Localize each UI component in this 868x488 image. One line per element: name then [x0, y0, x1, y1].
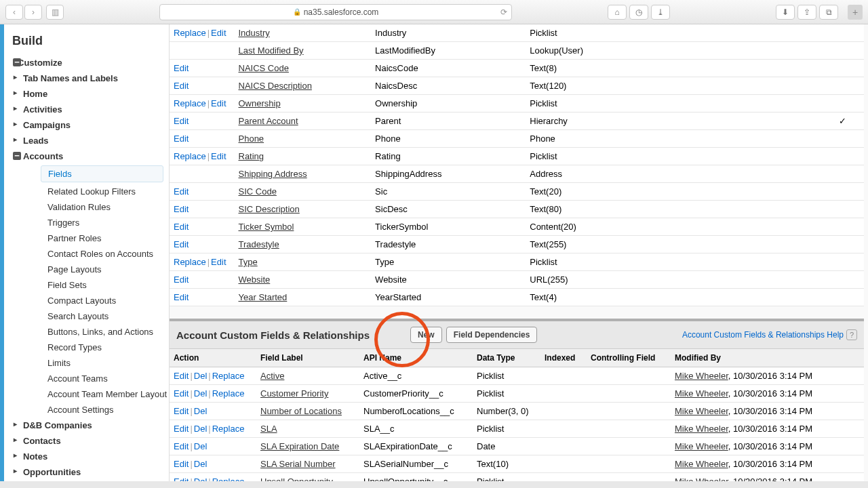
share-icon[interactable]: ⇪	[797, 5, 816, 20]
sidebar-sub-item[interactable]: Page Layouts	[4, 262, 169, 277]
back-button[interactable]: ‹	[5, 5, 23, 20]
del-link[interactable]: Del	[194, 459, 208, 469]
field-label-link[interactable]: SLA	[260, 424, 277, 434]
sidebar-sub-item[interactable]: Record Types	[4, 340, 169, 355]
replace-link[interactable]: Replace	[174, 257, 206, 267]
replace-link[interactable]: Replace	[174, 98, 206, 108]
del-link[interactable]: Del	[194, 406, 208, 416]
sidebar-sub-item[interactable]: Account Settings	[4, 402, 169, 418]
download-icon[interactable]: ⬇	[776, 5, 795, 20]
field-label-link[interactable]: SIC Code	[239, 186, 277, 197]
sidebar-sub-item[interactable]: Triggers	[4, 215, 169, 230]
field-label-link[interactable]: Parent Account	[239, 116, 298, 126]
edit-link[interactable]: Edit	[174, 388, 189, 399]
user-link[interactable]: Mike Wheeler	[675, 459, 728, 469]
sidebar-item[interactable]: Activities	[4, 102, 169, 117]
reload-icon[interactable]: ⟳	[500, 7, 507, 17]
sidebar-sub-item[interactable]: Validation Rules	[4, 199, 169, 215]
del-link[interactable]: Del	[194, 424, 208, 434]
field-label-link[interactable]: Ticker Symbol	[239, 222, 294, 232]
section-help-link[interactable]: Account Custom Fields & Relationships He…	[682, 329, 857, 340]
sidebar-item[interactable]: Tab Names and Labels	[4, 70, 169, 86]
sidebar-sub-item[interactable]: Contact Roles on Accounts	[4, 246, 169, 262]
history-icon[interactable]: ◷	[629, 5, 648, 20]
edit-link[interactable]: Edit	[174, 371, 189, 381]
sidebar-item[interactable]: Home	[4, 86, 169, 102]
sidebar-item[interactable]: Leads	[4, 133, 169, 148]
replace-link[interactable]: Replace	[212, 388, 245, 399]
field-label-link[interactable]: SLA Expiration Date	[260, 441, 339, 451]
edit-link[interactable]: Edit	[211, 257, 226, 267]
field-label-link[interactable]: Year Started	[239, 292, 288, 302]
sidebar-sub-item[interactable]: Buttons, Links, and Actions	[4, 324, 169, 340]
sidebar-sub-item[interactable]: Related Lookup Filters	[4, 184, 169, 199]
horizontal-scrollbar[interactable]	[0, 481, 868, 488]
field-label-link[interactable]: Ownership	[239, 98, 281, 108]
sidebar-sub-item[interactable]: Limits	[4, 355, 169, 371]
tabs-icon[interactable]: ⧉	[819, 5, 838, 20]
sidebar-sub-item[interactable]: Search Layouts	[4, 308, 169, 324]
sidebar-sub-item[interactable]: Partner Roles	[4, 230, 169, 246]
sidebar-sub-item[interactable]: Fields	[41, 165, 163, 182]
edit-link[interactable]: Edit	[174, 441, 189, 451]
address-bar[interactable]: 🔒 na35.salesforce.com ⟳	[159, 4, 512, 20]
replace-link[interactable]: Replace	[212, 371, 245, 381]
edit-link[interactable]: Edit	[211, 98, 226, 108]
field-label-link[interactable]: Number of Locations	[260, 406, 342, 416]
sidebar-accounts[interactable]: Accounts	[4, 148, 169, 164]
edit-link[interactable]: Edit	[174, 222, 189, 232]
sidebar-item[interactable]: Notes	[4, 449, 169, 464]
edit-link[interactable]: Edit	[174, 424, 189, 434]
field-label-link[interactable]: Industry	[239, 28, 270, 38]
tab-overview-button[interactable]: ▥	[46, 5, 64, 20]
user-link[interactable]: Mike Wheeler	[675, 388, 728, 399]
sidebar-customize[interactable]: Customize	[4, 55, 169, 70]
sidebar-item[interactable]: D&B Companies	[4, 418, 169, 433]
replace-link[interactable]: Replace	[174, 151, 206, 161]
field-label-link[interactable]: SLA Serial Number	[260, 459, 336, 469]
edit-link[interactable]: Edit	[174, 204, 189, 214]
edit-link[interactable]: Edit	[174, 134, 189, 144]
edit-link[interactable]: Edit	[174, 274, 189, 285]
edit-link[interactable]: Edit	[174, 239, 189, 249]
sidebar-item[interactable]: Contacts	[4, 433, 169, 449]
field-label-link[interactable]: Last Modified By	[239, 45, 304, 56]
del-link[interactable]: Del	[194, 371, 208, 381]
home-icon[interactable]: ⌂	[608, 5, 627, 20]
field-label-link[interactable]: Customer Priority	[260, 388, 328, 399]
field-label-link[interactable]: Website	[239, 274, 271, 285]
user-link[interactable]: Mike Wheeler	[675, 406, 728, 416]
new-tab-button[interactable]: +	[848, 5, 863, 20]
field-label-link[interactable]: NAICS Code	[239, 63, 289, 73]
edit-link[interactable]: Edit	[211, 28, 226, 38]
edit-link[interactable]: Edit	[174, 116, 189, 126]
edit-link[interactable]: Edit	[174, 63, 189, 73]
field-label-link[interactable]: Rating	[239, 151, 264, 161]
sidebar-item[interactable]: Opportunities	[4, 464, 169, 480]
sidebar-sub-item[interactable]: Account Team Member Layout	[4, 386, 169, 402]
sidebar-sub-item[interactable]: Compact Layouts	[4, 293, 169, 308]
del-link[interactable]: Del	[194, 388, 208, 399]
edit-link[interactable]: Edit	[174, 459, 189, 469]
user-link[interactable]: Mike Wheeler	[675, 424, 728, 434]
field-label-link[interactable]: NAICS Description	[239, 81, 312, 91]
edit-link[interactable]: Edit	[174, 406, 189, 416]
edit-link[interactable]: Edit	[211, 151, 226, 161]
forward-button[interactable]: ›	[24, 5, 42, 20]
user-link[interactable]: Mike Wheeler	[675, 371, 728, 381]
field-label-link[interactable]: SIC Description	[239, 204, 300, 214]
field-label-link[interactable]: Type	[239, 257, 258, 267]
edit-link[interactable]: Edit	[174, 292, 189, 302]
sidebar-sub-item[interactable]: Field Sets	[4, 277, 169, 293]
new-field-button[interactable]: New	[410, 327, 442, 343]
field-label-link[interactable]: Active	[260, 371, 284, 381]
user-link[interactable]: Mike Wheeler	[675, 441, 728, 451]
del-link[interactable]: Del	[194, 441, 208, 451]
field-label-link[interactable]: Phone	[239, 134, 264, 144]
replace-link[interactable]: Replace	[212, 424, 245, 434]
sidebar-item[interactable]: Campaigns	[4, 117, 169, 133]
field-label-link[interactable]: Shipping Address	[239, 169, 307, 179]
replace-link[interactable]: Replace	[174, 28, 206, 38]
downloads-tray-icon[interactable]: ⤓	[651, 5, 670, 20]
edit-link[interactable]: Edit	[174, 81, 189, 91]
